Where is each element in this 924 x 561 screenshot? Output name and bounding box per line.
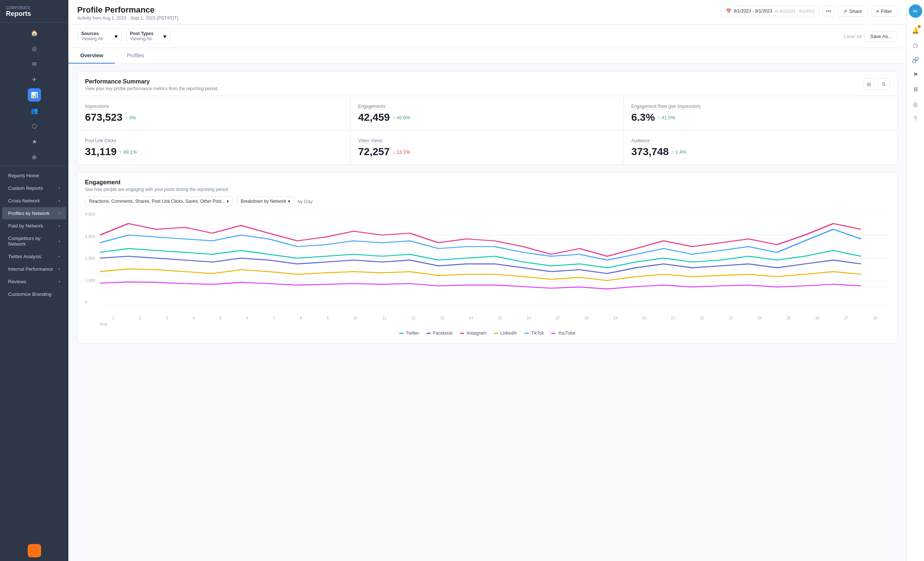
- x-label-21: 21: [671, 316, 675, 320]
- sidebar-item-custom-reports[interactable]: Custom Reports ▾: [2, 182, 66, 194]
- legend-item-linkedin: LinkedIn: [494, 331, 517, 336]
- sidebar-item-twitter-analysis[interactable]: Twitter Analysis ▾: [2, 250, 66, 263]
- clear-all-button[interactable]: Clear All: [844, 31, 861, 41]
- chevron-icon: ▾: [58, 211, 60, 215]
- network-icon[interactable]: ⊕: [28, 150, 41, 164]
- breakdown-select[interactable]: Breakdown by Network ▾: [237, 196, 294, 206]
- user-avatar[interactable]: [28, 544, 41, 557]
- metric-change-impressions: ↑ 3%: [125, 115, 136, 120]
- metric-value-audience: 373,748 ↑ 1.4%: [631, 146, 890, 158]
- screen-button[interactable]: 🖥: [909, 83, 922, 96]
- share-icon: ↗: [843, 9, 847, 14]
- legend-item-facebook: Facebook: [426, 331, 453, 336]
- publish-icon[interactable]: ✈: [28, 73, 41, 86]
- performance-summary-actions: ⊞ ⇅: [863, 78, 890, 90]
- analytics-icon active[interactable]: 📊: [28, 88, 41, 102]
- breakdown-chevron-icon: ▾: [288, 199, 290, 204]
- post-types-select[interactable]: Post Types Viewing All ▾: [126, 28, 170, 44]
- legend-label-twitter: Twitter: [406, 331, 419, 336]
- notifications-button[interactable]: 🔔: [909, 24, 922, 37]
- metric-label-video-views: Video Views: [358, 138, 382, 144]
- chart-svg: [100, 212, 890, 304]
- help-button[interactable]: ?: [909, 112, 922, 126]
- metric-label-engagements: Engagements: [358, 104, 386, 109]
- filter-button[interactable]: ≡ Filter: [871, 6, 897, 16]
- sidebar-item-profiles-by-network[interactable]: Profiles by Network ▾: [2, 207, 66, 219]
- inbox-icon[interactable]: ✉: [28, 57, 41, 70]
- sidebar-nav: Reports Home Custom Reports ▾ Cross-Netw…: [0, 166, 68, 539]
- legend-item-twitter: Twitter: [399, 331, 419, 336]
- legend-label-youtube: YouTube: [558, 331, 575, 336]
- legend-dot-instagram: [460, 333, 464, 334]
- edit-button[interactable]: ✏: [909, 4, 922, 18]
- x-axis-suffix: Aug: [85, 322, 890, 326]
- grid-view-button[interactable]: ⊞: [863, 78, 875, 90]
- tab-profiles[interactable]: Profiles: [115, 48, 156, 64]
- x-label-23: 23: [729, 316, 733, 320]
- performance-summary-header: Performance Summary View your key profil…: [78, 72, 897, 96]
- sidebar-item-reports-home[interactable]: Reports Home: [2, 169, 66, 182]
- sidebar: Corporate Reports 🏠 ◎ ✉ ✈ 📊 👥 ⬡ ★ ⊕ Repo…: [0, 0, 68, 561]
- x-label-9: 9: [327, 316, 329, 320]
- activity-button[interactable]: ◷: [909, 38, 922, 52]
- compare-range-text: vs 8/1/2022 - 9/1/2022: [774, 9, 814, 13]
- sources-chevron-icon: ▾: [115, 33, 117, 40]
- date-range-button[interactable]: 📅 8/1/2023 - 9/1/2023 vs 8/1/2022 - 9/1/…: [721, 6, 820, 16]
- sidebar-item-reviews[interactable]: Reviews ▾: [2, 275, 66, 288]
- x-label-12: 12: [411, 316, 416, 320]
- sidebar-item-customize-branding[interactable]: Customize Branding: [2, 288, 66, 300]
- home-icon[interactable]: 🏠: [28, 26, 41, 39]
- x-label-13: 13: [440, 316, 444, 320]
- metric-change-post-link-clicks: ↑ 89.1%: [120, 149, 137, 155]
- legend-label-instagram: Instagram: [466, 331, 486, 336]
- flag-button[interactable]: ⚑: [909, 68, 922, 81]
- integrations-icon[interactable]: ⬡: [28, 119, 41, 133]
- y-axis: 4,000 3,000 2,000 1,000 0: [85, 212, 100, 304]
- page-title: Profile Performance: [77, 5, 178, 15]
- performance-summary-card: Performance Summary View your key profil…: [77, 71, 897, 165]
- legend-label-facebook: Facebook: [433, 331, 453, 336]
- x-label-16: 16: [526, 316, 531, 320]
- performance-summary-title-group: Performance Summary View your key profil…: [85, 78, 218, 91]
- link-button[interactable]: 🔗: [909, 53, 922, 66]
- sidebar-item-internal-performance[interactable]: Internal Performance ▾: [2, 263, 66, 275]
- metric-change-engagements: ↑ 45.6%: [393, 115, 410, 120]
- metrics-filter-label: Reactions, Comments, Shares, Post Link C…: [89, 199, 225, 204]
- listen-icon[interactable]: ◎: [28, 42, 41, 55]
- x-label-15: 15: [498, 316, 502, 320]
- filter-actions: Clear All Save As...: [844, 31, 897, 41]
- x-label-7: 7: [273, 316, 275, 320]
- sidebar-item-competitors-by-network[interactable]: Competitors by Network ▾: [2, 232, 66, 250]
- chevron-icon: ▾: [58, 254, 60, 259]
- legend-label-linkedin: LinkedIn: [501, 331, 517, 336]
- x-label-22: 22: [700, 316, 704, 320]
- chart-svg-area: [100, 212, 890, 304]
- date-range-text: 8/1/2023 - 9/1/2023: [734, 9, 772, 13]
- page-subtitle: Activity from Aug 1, 2023 - Sept 1, 2023…: [77, 15, 178, 21]
- brand: Corporate Reports: [0, 0, 68, 22]
- target-button[interactable]: ◎: [909, 97, 922, 111]
- save-as-button[interactable]: Save As...: [864, 31, 897, 41]
- tab-overview[interactable]: Overview: [68, 48, 115, 64]
- metrics-filter-select[interactable]: Reactions, Comments, Shares, Post Link C…: [85, 196, 233, 206]
- brand-sub: Corporate: [6, 6, 63, 10]
- x-label-4: 4: [192, 316, 195, 320]
- sidebar-item-cross-network[interactable]: Cross-Network ▾: [2, 194, 66, 207]
- star-icon[interactable]: ★: [28, 135, 41, 148]
- metric-change-video-views: ↓ 13.1%: [393, 149, 410, 155]
- tabs: Overview Profiles: [68, 48, 906, 64]
- share-button[interactable]: ↗ Share: [837, 6, 868, 16]
- sources-select[interactable]: Sources Viewing All ▾: [77, 28, 122, 44]
- metric-engagements: Engagements 42,459 ↑ 45.6%: [351, 96, 624, 130]
- legend-dot-tiktok: [525, 333, 529, 334]
- legend-item-youtube: YouTube: [551, 331, 575, 336]
- metric-label-engagement-rate: Engagement Rate (per Impression): [631, 104, 700, 109]
- metric-change-audience: ↑ 1.4%: [672, 149, 686, 155]
- people-icon[interactable]: 👥: [28, 104, 41, 117]
- sort-button[interactable]: ⇅: [878, 78, 890, 90]
- more-options-button[interactable]: •••: [823, 5, 834, 17]
- chart-by-label: by Day: [298, 199, 313, 204]
- metric-value-engagement-rate: 6.3% ↑ 41.5%: [631, 112, 890, 123]
- x-label-19: 19: [613, 316, 617, 320]
- sidebar-item-paid-by-network[interactable]: Paid by Network ▾: [2, 220, 66, 232]
